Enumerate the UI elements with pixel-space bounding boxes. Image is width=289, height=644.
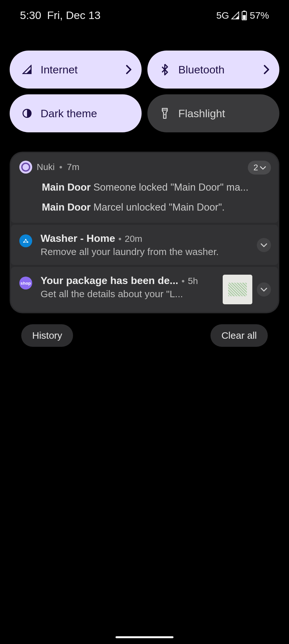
notification-line: Main Door Marcel unlocked "Main Door". <box>42 199 270 215</box>
home-app-icon <box>19 234 32 247</box>
notification-washer[interactable]: Washer - Home • 20m Remove all your laun… <box>11 225 278 265</box>
nuki-app-icon <box>19 161 32 174</box>
chevron-right-icon <box>126 65 132 74</box>
quick-settings: Internet Bluetooth Dark theme Flashlight <box>0 25 289 132</box>
svg-rect-2 <box>243 15 246 19</box>
shop-app-icon: shop <box>19 277 32 289</box>
notification-actions: History Clear all <box>0 313 289 347</box>
notification-thumbnail <box>223 275 252 304</box>
chevron-down-icon <box>260 242 268 248</box>
clear-all-button[interactable]: Clear all <box>210 324 268 347</box>
notification-body: Remove all your laundry from the washer. <box>41 246 270 257</box>
battery-icon <box>241 11 247 20</box>
bluetooth-icon <box>159 64 171 75</box>
network-label: 5G <box>216 10 229 21</box>
qs-internet[interactable]: Internet <box>10 51 142 89</box>
dot-separator: • <box>59 162 62 172</box>
dark-theme-icon <box>21 109 33 118</box>
expand-button[interactable] <box>257 238 271 252</box>
notification-title: Washer - Home <box>41 232 115 244</box>
status-bar: 5:30 Fri, Dec 13 5G 57% <box>0 0 289 25</box>
qs-label: Dark theme <box>41 107 132 120</box>
notification-package[interactable]: shop Your package has been de... • 5h Ge… <box>11 267 278 312</box>
notification-nuki[interactable]: Nuki • 7m 2 Main Door Someone locked "Ma… <box>11 153 278 223</box>
notification-app-name: Nuki <box>37 162 55 172</box>
dot-separator: • <box>182 276 185 286</box>
notification-count-chip[interactable]: 2 <box>248 161 271 175</box>
signal-icon <box>231 11 239 20</box>
svg-point-5 <box>164 114 165 115</box>
chevron-down-icon <box>259 164 266 171</box>
notification-title: Your package has been de... <box>41 275 178 287</box>
battery-percent: 57% <box>250 10 269 21</box>
history-button[interactable]: History <box>21 324 73 347</box>
notification-time: 5h <box>188 276 198 286</box>
notification-line: Main Door Someone locked "Main Door" ma.… <box>42 179 270 195</box>
notification-time: 7m <box>67 162 79 172</box>
qs-dark-theme[interactable]: Dark theme <box>10 94 142 132</box>
qs-label: Internet <box>41 63 118 76</box>
status-left: 5:30 Fri, Dec 13 <box>20 9 100 22</box>
qs-flashlight[interactable]: Flashlight <box>147 94 279 132</box>
notification-list: Nuki • 7m 2 Main Door Someone locked "Ma… <box>10 152 279 313</box>
qs-label: Flashlight <box>178 107 270 120</box>
notification-time: 20m <box>125 234 142 244</box>
status-date: Fri, Dec 13 <box>47 9 100 22</box>
notification-count: 2 <box>254 163 258 173</box>
notification-body: Get all the details about your "L... <box>41 289 214 299</box>
chevron-right-icon <box>263 65 270 74</box>
nav-handle[interactable] <box>116 636 173 638</box>
expand-button[interactable] <box>257 282 271 297</box>
status-right: 5G 57% <box>216 10 269 21</box>
flashlight-icon <box>159 108 171 119</box>
dot-separator: • <box>118 234 122 244</box>
signal-icon <box>21 65 33 74</box>
qs-bluetooth[interactable]: Bluetooth <box>147 51 279 89</box>
chevron-down-icon <box>260 287 268 292</box>
status-time: 5:30 <box>20 9 41 22</box>
qs-label: Bluetooth <box>178 63 256 76</box>
